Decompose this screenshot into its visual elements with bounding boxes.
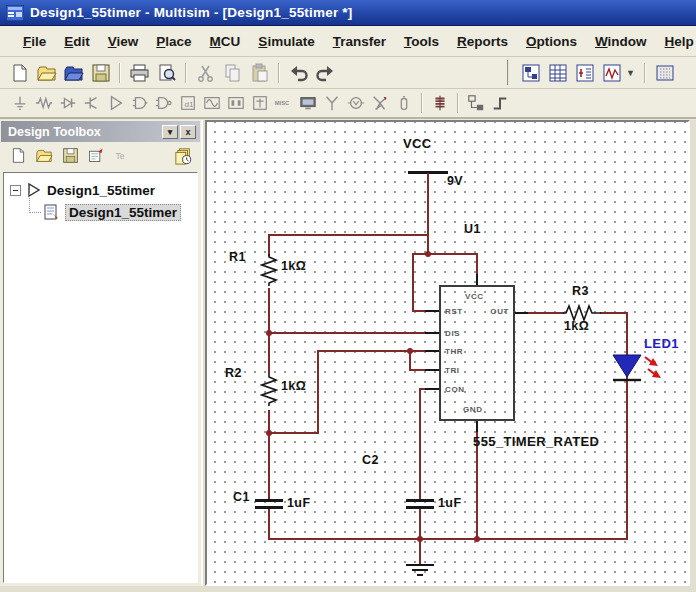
wire[interactable]	[626, 312, 628, 540]
r2-ref-label[interactable]: R2	[225, 366, 242, 380]
print-icon[interactable]	[127, 60, 152, 85]
new-icon[interactable]	[7, 60, 32, 85]
hierarchical-block-icon[interactable]	[465, 92, 487, 114]
wire[interactable]	[268, 332, 439, 334]
tree-child-item[interactable]: Design1_55timer	[6, 201, 195, 223]
u1-555-timer[interactable]: VCC GND OUT RST DIS THR TRI CON	[439, 285, 515, 421]
resistor-r2[interactable]	[260, 374, 278, 410]
led1-ref-label[interactable]: LED1	[644, 336, 679, 351]
breadboard-icon[interactable]	[652, 60, 677, 85]
panel-close-button[interactable]: x	[180, 125, 196, 139]
u1-ref-label[interactable]: U1	[464, 222, 481, 236]
open-icon[interactable]	[34, 60, 59, 85]
r2-value-label[interactable]: 1kΩ	[281, 379, 306, 393]
grapher-icon[interactable]	[599, 60, 624, 85]
r1-value-label[interactable]: 1kΩ	[281, 259, 306, 273]
resistor-r1[interactable]	[260, 254, 278, 290]
u1-part-label[interactable]: 555_TIMER_RATED	[473, 434, 599, 449]
c1-ref-label[interactable]: C1	[233, 490, 250, 504]
led1[interactable]	[610, 352, 672, 388]
menu-window[interactable]: Window	[586, 30, 656, 53]
wire[interactable]	[268, 509, 270, 540]
menu-help[interactable]: Help	[656, 30, 696, 53]
design-toolbox-titlebar[interactable]: Design Toolbox ▾ x	[1, 121, 200, 142]
transistor-icon[interactable]	[81, 92, 103, 114]
redo-icon[interactable]	[313, 60, 338, 85]
misc-component-icon[interactable]: MISC	[273, 92, 295, 114]
bus-icon[interactable]	[489, 92, 511, 114]
wire[interactable]	[317, 350, 411, 352]
dt-rename-icon[interactable]: Te	[110, 145, 134, 167]
ground-symbol[interactable]	[405, 564, 435, 580]
wire[interactable]	[427, 253, 478, 255]
undo-icon[interactable]	[286, 60, 311, 85]
menu-transfer[interactable]: Transfer	[324, 30, 395, 53]
capacitor-c2[interactable]	[406, 506, 434, 509]
rf-icon[interactable]	[321, 92, 343, 114]
copy-icon[interactable]	[220, 60, 245, 85]
c1-value-label[interactable]: 1uF	[287, 496, 310, 510]
schematic-canvas[interactable]: VCC 9V	[205, 120, 690, 586]
basic-icon[interactable]	[33, 92, 55, 114]
misc-digital-icon[interactable]: d1	[177, 92, 199, 114]
tree-collapse-icon[interactable]	[10, 185, 21, 196]
wire[interactable]	[412, 253, 414, 312]
analog-icon[interactable]	[105, 92, 127, 114]
dt-save-icon[interactable]	[58, 145, 82, 167]
wire[interactable]	[268, 410, 270, 501]
dt-new-icon[interactable]	[6, 145, 30, 167]
menu-simulate[interactable]: Simulate	[249, 30, 323, 53]
menu-file[interactable]: File	[14, 30, 55, 53]
spreadsheet-view-icon[interactable]	[545, 60, 570, 85]
r3-value-label[interactable]: 1kΩ	[564, 319, 589, 333]
indicator-icon[interactable]	[225, 92, 247, 114]
menu-mcu[interactable]: MCU	[201, 30, 250, 53]
wire[interactable]	[526, 312, 564, 314]
capacitor-c1[interactable]	[255, 499, 283, 502]
vcc-net-label[interactable]: VCC	[403, 136, 432, 151]
title-bar[interactable]: Design1_55timer - Multisim - [Design1_55…	[0, 0, 696, 26]
virtual-component-icon[interactable]	[429, 92, 451, 114]
grapher-dropdown-arrow[interactable]: ▼	[626, 68, 635, 78]
wire[interactable]	[268, 234, 429, 236]
menu-edit[interactable]: Edit	[55, 30, 99, 53]
wire[interactable]	[600, 312, 628, 314]
vcc-value-label[interactable]: 9V	[447, 174, 463, 188]
connector-icon[interactable]	[369, 92, 391, 114]
battery-icon[interactable]	[393, 92, 415, 114]
menu-place[interactable]: Place	[147, 30, 200, 53]
wire[interactable]	[317, 350, 319, 434]
menu-options[interactable]: Options	[517, 30, 586, 53]
wire[interactable]	[419, 538, 421, 565]
advanced-peripherals-icon[interactable]	[297, 92, 319, 114]
menu-view[interactable]: View	[99, 30, 148, 53]
menu-tools[interactable]: Tools	[395, 30, 448, 53]
cmos-icon[interactable]	[153, 92, 175, 114]
wire[interactable]	[427, 173, 429, 255]
database-manager-icon[interactable]	[572, 60, 597, 85]
design-toolbox-toggle-icon[interactable]	[518, 60, 543, 85]
capacitor-c1[interactable]	[255, 506, 283, 509]
c2-ref-label[interactable]: C2	[362, 453, 379, 467]
panel-minimize-button[interactable]: ▾	[162, 125, 178, 139]
dt-open-icon[interactable]	[32, 145, 56, 167]
wire[interactable]	[419, 388, 421, 499]
power-component-icon[interactable]	[249, 92, 271, 114]
paste-icon[interactable]	[247, 60, 272, 85]
wire[interactable]	[268, 432, 319, 434]
c2-value-label[interactable]: 1uF	[438, 496, 461, 510]
dt-sheets-icon[interactable]	[171, 145, 195, 167]
wire[interactable]	[268, 234, 270, 256]
electromechanical-icon[interactable]	[345, 92, 367, 114]
save-icon[interactable]	[88, 60, 113, 85]
dt-close-sheet-icon[interactable]	[84, 145, 108, 167]
r1-ref-label[interactable]: R1	[229, 250, 246, 264]
capacitor-c2[interactable]	[406, 499, 434, 502]
diode-icon[interactable]	[57, 92, 79, 114]
print-preview-icon[interactable]	[154, 60, 179, 85]
wire[interactable]	[268, 288, 270, 334]
open-sample-icon[interactable]	[61, 60, 86, 85]
menu-reports[interactable]: Reports	[448, 30, 517, 53]
r3-ref-label[interactable]: R3	[572, 284, 589, 298]
wire[interactable]	[268, 334, 270, 374]
